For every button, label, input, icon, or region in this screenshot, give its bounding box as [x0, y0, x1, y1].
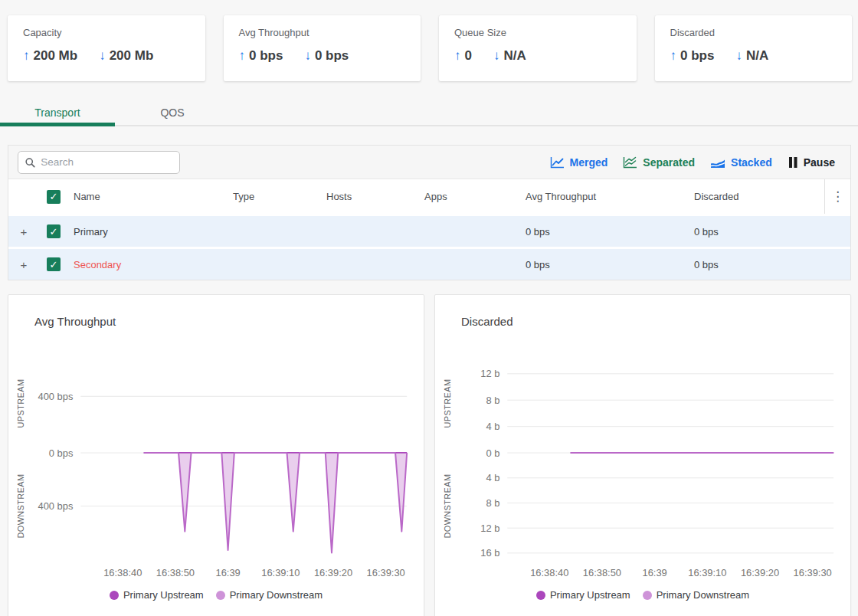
up-arrow-icon: ↑ — [454, 48, 461, 64]
legend-label: Primary Downstream — [230, 589, 323, 601]
x-tick-label: 16:39 — [215, 567, 240, 578]
cell-discarded: 0 bps — [694, 259, 824, 270]
chart-title: Discarded — [461, 315, 850, 330]
stat-up-value: 0 bps — [249, 48, 283, 64]
merged-label: Merged — [570, 156, 608, 169]
y-tick-label: 400 bps — [38, 391, 74, 402]
column-header-name[interactable]: Name — [74, 191, 233, 202]
stat-down-value: N/A — [746, 48, 768, 64]
y-tick-label: 8 b — [486, 497, 499, 509]
x-tick-label: 16:39:30 — [367, 567, 405, 578]
table-row-primary[interactable]: + Primary 0 bps 0 bps — [8, 216, 850, 247]
avg-throughput-chart-card: Avg Throughput 400 bps0 bpsUPSTREAM400 b… — [8, 294, 424, 616]
cell-discarded: 0 bps — [694, 226, 824, 238]
avg-throughput-chart: 400 bps0 bpsUPSTREAM400 bpsDOWNSTREAM16:… — [8, 330, 424, 586]
expand-row-button[interactable]: + — [8, 258, 39, 271]
column-header-discarded[interactable]: Discarded — [694, 191, 824, 202]
column-header-avg-throughput[interactable]: Avg Throughput — [526, 191, 694, 202]
legend-dot-icon — [643, 591, 652, 600]
merged-view-button[interactable]: Merged — [542, 153, 616, 172]
y-tick-label: 4 b — [486, 421, 499, 432]
cell-name[interactable]: Primary — [74, 226, 233, 238]
table-row-secondary[interactable]: + Secondary 0 bps 0 bps — [8, 249, 850, 280]
merged-line-chart-icon — [550, 156, 565, 169]
stat-card-queue-size: Queue Size ↑0 ↓N/A — [439, 15, 637, 81]
stat-label: Capacity — [23, 27, 190, 38]
y-tick-label: 8 b — [486, 395, 499, 406]
cell-avg-throughput: 0 bps — [526, 259, 694, 270]
stat-label: Discarded — [670, 27, 837, 38]
row-checkbox[interactable] — [47, 257, 61, 271]
x-tick-label: 16:38:50 — [583, 567, 621, 578]
chart-title: Avg Throughput — [34, 315, 424, 330]
y-tick-label: 0 b — [486, 447, 499, 459]
legend-item: Primary Upstream — [536, 589, 630, 601]
transport-table-card: Merged Separated Stacked Pause — [8, 145, 851, 280]
x-tick-label: 16:38:40 — [530, 567, 568, 578]
table-toolbar: Merged Separated Stacked Pause — [8, 146, 850, 179]
legend-label: Primary Upstream — [123, 589, 204, 601]
stat-card-avg-throughput: Avg Throughput ↑0 bps ↓0 bps — [224, 15, 421, 81]
up-arrow-icon: ↑ — [239, 48, 246, 64]
table-header-row: Name Type Hosts Apps Avg Throughput Disc… — [8, 179, 850, 214]
legend-item: Primary Downstream — [643, 589, 749, 601]
y-tick-label: 12 b — [480, 368, 499, 379]
stat-label: Avg Throughput — [239, 27, 406, 38]
legend-label: Primary Upstream — [550, 589, 630, 601]
stat-down-value: N/A — [503, 48, 526, 64]
legend-dot-icon — [110, 591, 119, 600]
y-tick-label: 16 b — [480, 547, 499, 559]
row-checkbox[interactable] — [47, 224, 61, 238]
y-tick-label: 0 bps — [49, 447, 74, 459]
select-all-checkbox[interactable] — [47, 190, 61, 204]
stat-up-value: 0 — [465, 48, 472, 64]
x-tick-label: 16:39:30 — [794, 567, 832, 578]
y-tick-label: 400 bps — [38, 500, 74, 512]
pause-icon — [788, 156, 798, 169]
cell-avg-throughput: 0 bps — [526, 226, 694, 238]
separated-view-button[interactable]: Separated — [615, 153, 702, 172]
search-input[interactable] — [41, 156, 173, 168]
tab-bar: Transport QOS — [0, 102, 858, 126]
column-header-type[interactable]: Type — [233, 191, 326, 202]
stat-down-value: 0 bps — [315, 48, 349, 64]
separated-lines-chart-icon — [623, 156, 637, 169]
panel-axis-label: DOWNSTREAM — [16, 474, 25, 539]
cell-name[interactable]: Secondary — [74, 259, 233, 270]
chart-legend: Primary UpstreamPrimary Downstream — [435, 589, 850, 601]
down-arrow-icon: ↓ — [493, 48, 500, 64]
up-arrow-icon: ↑ — [23, 48, 30, 64]
x-tick-label: 16:39:20 — [314, 567, 352, 578]
down-arrow-icon: ↓ — [99, 48, 106, 64]
column-menu-kebab-icon[interactable]: ⋮ — [831, 190, 844, 203]
legend-dot-icon — [216, 591, 225, 600]
stacked-label: Stacked — [731, 156, 772, 169]
y-tick-label: 12 b — [480, 523, 499, 534]
discarded-chart-card: Discarded 12 b8 b4 b0 bUPSTREAM4 b8 b12 … — [434, 294, 851, 616]
stat-up-value: 200 Mb — [34, 48, 78, 64]
column-header-hosts[interactable]: Hosts — [326, 191, 424, 202]
pause-button[interactable]: Pause — [780, 153, 843, 172]
charts-row: Avg Throughput 400 bps0 bpsUPSTREAM400 b… — [8, 294, 851, 616]
stat-up-value: 0 bps — [680, 48, 714, 64]
discarded-chart: 12 b8 b4 b0 bUPSTREAM4 b8 b12 b16 bDOWNS… — [435, 330, 850, 586]
panel-axis-label: UPSTREAM — [16, 379, 25, 428]
stat-card-discarded: Discarded ↑0 bps ↓N/A — [655, 15, 853, 81]
legend-label: Primary Downstream — [657, 589, 749, 601]
down-arrow-icon: ↓ — [735, 48, 742, 64]
tab-transport[interactable]: Transport — [0, 102, 115, 125]
chart-legend: Primary UpstreamPrimary Downstream — [8, 589, 424, 601]
stacked-view-button[interactable]: Stacked — [702, 153, 780, 172]
legend-item: Primary Downstream — [216, 589, 323, 601]
x-tick-label: 16:38:40 — [103, 567, 142, 578]
column-header-apps[interactable]: Apps — [424, 191, 526, 202]
search-box[interactable] — [18, 151, 180, 174]
up-arrow-icon: ↑ — [670, 48, 677, 64]
stat-card-capacity: Capacity ↑200 Mb ↓200 Mb — [8, 15, 205, 81]
stat-label: Queue Size — [454, 27, 621, 38]
down-arrow-icon: ↓ — [304, 48, 311, 64]
expand-row-button[interactable]: + — [8, 225, 39, 238]
tab-qos[interactable]: QOS — [115, 102, 230, 125]
legend-dot-icon — [536, 591, 545, 600]
stats-row: Capacity ↑200 Mb ↓200 Mb Avg Throughput … — [0, 0, 858, 81]
